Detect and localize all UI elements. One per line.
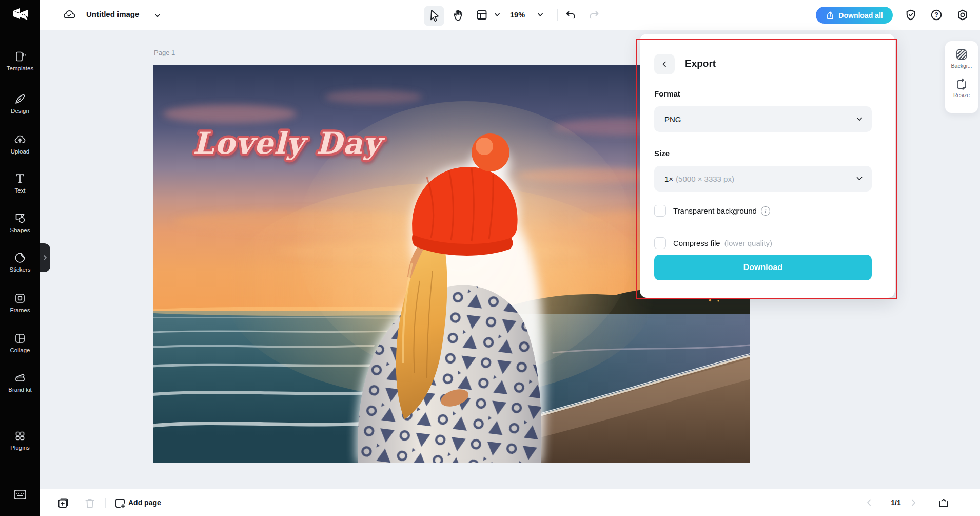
size-dimensions: (5000 × 3333 px) — [676, 175, 734, 183]
bottombar-divider — [105, 498, 106, 508]
hand-pan-tool[interactable] — [452, 9, 464, 22]
sidebar-item-label: Plugins — [0, 445, 40, 451]
present-fullscreen-button[interactable] — [937, 497, 950, 509]
sidebar-item-templates[interactable]: Templates — [0, 50, 40, 72]
format-value: PNG — [664, 115, 681, 124]
text-icon — [14, 173, 26, 185]
back-button[interactable] — [654, 54, 675, 74]
capcut-logo[interactable] — [12, 8, 29, 22]
page-label: Page 1 — [154, 49, 175, 56]
chevron-left-icon — [661, 61, 668, 68]
next-page-button[interactable] — [909, 499, 917, 507]
image-title-text[interactable]: Lovely Day — [193, 126, 385, 161]
select-cursor-tool[interactable] — [428, 9, 441, 22]
page-indicator: 1/1 — [880, 499, 911, 507]
sidebar-item-plugins[interactable]: Plugins — [0, 430, 40, 451]
frames-icon — [14, 292, 26, 304]
export-panel-title: Export — [685, 58, 716, 69]
plugins-icon — [14, 430, 26, 442]
stickers-icon — [14, 252, 26, 264]
chevron-right-icon — [43, 255, 48, 261]
sidebar: Templates Design Upload Text Shapes Stic… — [0, 0, 40, 516]
sidebar-item-label: Text — [0, 187, 40, 194]
compress-file-checkbox[interactable] — [654, 237, 666, 249]
transparent-background-checkbox[interactable] — [654, 205, 666, 217]
size-select[interactable]: 1× (5000 × 3333 px) — [654, 166, 872, 192]
sidebar-item-label: Templates — [0, 65, 40, 72]
size-scale-value: 1× — [664, 175, 673, 183]
download-all-label: Download all — [838, 11, 883, 20]
sidebar-item-collage[interactable]: Collage — [0, 332, 40, 354]
background-tool-label: Backgr... — [951, 63, 972, 69]
download-all-button[interactable]: Download all — [816, 7, 893, 24]
export-panel: Export Format PNG Size 1× (5000 × 3333 p… — [640, 34, 895, 298]
compress-file-hint: (lower quality) — [724, 239, 772, 247]
transparent-background-row[interactable]: Transparent background i — [654, 205, 770, 217]
bottombar: Add page 1/1 — [40, 489, 980, 516]
layout-chevron-down-icon[interactable] — [494, 11, 501, 18]
sidebar-item-text[interactable]: Text — [0, 173, 40, 194]
undo-button[interactable] — [564, 9, 577, 21]
format-label: Format — [654, 89, 680, 98]
right-tools-panel: Backgr... Resize — [945, 41, 978, 113]
transparent-background-label: Transparent background — [673, 206, 757, 215]
background-icon — [955, 48, 968, 61]
download-button[interactable]: Download — [654, 255, 872, 280]
toolbar-divider — [557, 9, 558, 21]
templates-icon — [14, 50, 26, 63]
document-title[interactable]: Untitled image — [86, 10, 139, 18]
collage-icon — [14, 332, 26, 345]
prev-page-button[interactable] — [865, 499, 873, 507]
zoom-chevron-down-icon[interactable] — [537, 11, 544, 18]
redo-button[interactable] — [588, 9, 600, 21]
upload-cloud-icon — [14, 133, 26, 146]
info-icon[interactable]: i — [761, 206, 770, 216]
sidebar-item-label: Brand kit — [0, 387, 40, 393]
sidebar-item-label: Shapes — [0, 227, 40, 234]
compress-file-label: Compress file — [673, 239, 720, 247]
sidebar-item-label: Upload — [0, 148, 40, 155]
settings-gear-icon[interactable] — [956, 9, 969, 21]
topbar: Untitled image 19% Download all ? — [40, 0, 980, 30]
sidebar-item-label: Design — [0, 108, 40, 114]
background-tool[interactable]: Backgr... — [945, 48, 978, 69]
format-select[interactable]: PNG — [654, 106, 872, 132]
sidebar-item-frames[interactable]: Frames — [0, 292, 40, 314]
help-glyph: ? — [934, 11, 938, 18]
zoom-level[interactable]: 19% — [510, 11, 525, 19]
size-label: Size — [654, 149, 670, 158]
sidebar-collapse-handle[interactable] — [40, 243, 50, 272]
shapes-icon — [14, 212, 26, 224]
sidebar-item-stickers[interactable]: Stickers — [0, 252, 40, 273]
add-page-label[interactable]: Add page — [128, 499, 161, 507]
chevron-down-icon — [855, 115, 864, 123]
layout-tool[interactable] — [476, 9, 488, 21]
resize-icon — [955, 78, 968, 90]
sidebar-item-upload[interactable]: Upload — [0, 133, 40, 155]
keyboard-shortcuts-icon[interactable] — [13, 489, 27, 500]
chevron-down-icon — [855, 175, 864, 183]
sidebar-item-shapes[interactable]: Shapes — [0, 212, 40, 234]
help-icon[interactable]: ? — [930, 9, 943, 21]
app-window: Templates Design Upload Text Shapes Stic… — [0, 0, 980, 516]
sidebar-item-brand-kit[interactable]: Brand kit — [0, 372, 40, 393]
sidebar-item-design[interactable]: Design — [0, 93, 40, 114]
sidebar-item-label: Collage — [0, 347, 40, 354]
bottombar-divider-2 — [930, 498, 930, 508]
chevron-down-icon[interactable] — [154, 12, 161, 19]
resize-tool[interactable]: Resize — [945, 78, 978, 98]
resize-tool-label: Resize — [953, 92, 970, 98]
delete-page-button[interactable] — [84, 497, 96, 509]
sidebar-item-label: Stickers — [0, 266, 40, 273]
privacy-shield-icon[interactable] — [905, 9, 917, 21]
duplicate-page-button[interactable] — [57, 497, 69, 509]
download-share-icon — [826, 11, 835, 20]
cloud-saved-icon — [63, 8, 76, 21]
add-page-icon[interactable] — [114, 497, 126, 509]
compress-file-row[interactable]: Compress file (lower quality) — [654, 237, 772, 249]
brand-kit-icon — [14, 372, 26, 384]
sidebar-item-label: Frames — [0, 307, 40, 314]
design-pen-icon — [14, 93, 26, 105]
sidebar-divider — [11, 417, 29, 417]
